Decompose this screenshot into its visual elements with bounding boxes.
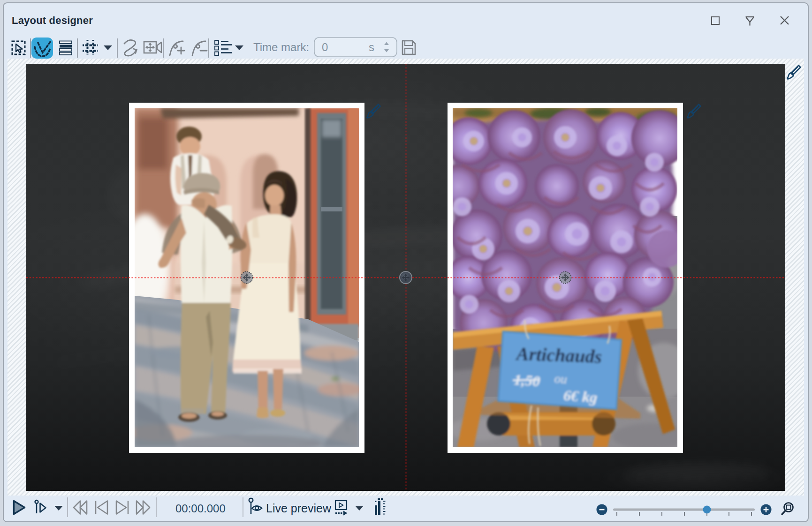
svg-text:s: s xyxy=(369,41,374,53)
svg-text:0: 0 xyxy=(322,41,328,53)
svg-text:Time mark:: Time mark: xyxy=(253,41,309,53)
